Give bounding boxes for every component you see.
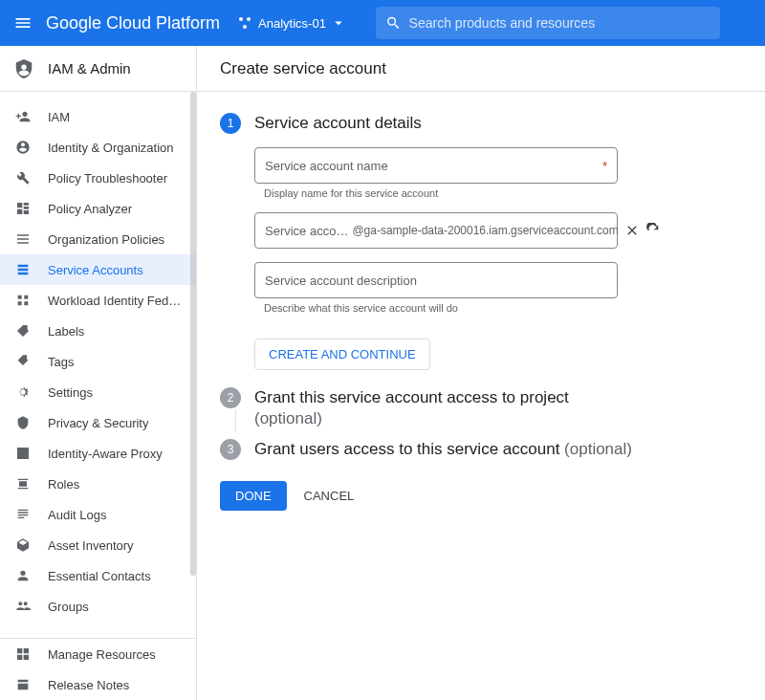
sidebar-item-groups[interactable]: Groups xyxy=(0,591,196,622)
sidebar-item-release-notes[interactable]: Release Notes xyxy=(0,669,196,700)
refresh-id-button[interactable] xyxy=(645,221,661,240)
done-button[interactable]: DONE xyxy=(220,481,287,511)
contacts-icon xyxy=(13,566,33,585)
service-account-name-field[interactable]: * xyxy=(254,147,618,184)
sidebar-item-iam[interactable]: IAM xyxy=(0,101,196,132)
brand-label: Google Cloud Platform xyxy=(46,13,220,33)
project-selector[interactable]: Analytics-01 xyxy=(237,14,353,32)
step-2-number: 2 xyxy=(220,387,241,408)
service-account-icon xyxy=(13,260,33,279)
sidebar-nav: IAMIdentity & OrganizationPolicy Trouble… xyxy=(0,92,196,638)
account-circle-icon xyxy=(13,138,33,157)
search-icon xyxy=(385,14,402,32)
cancel-button[interactable]: CANCEL xyxy=(304,489,355,503)
svg-point-1 xyxy=(247,17,251,21)
sidebar-item-labels[interactable]: Labels xyxy=(0,316,196,346)
sidebar-item-privacy-security[interactable]: Privacy & Security xyxy=(0,407,196,438)
hamburger-menu[interactable] xyxy=(8,8,38,38)
service-account-name-input[interactable] xyxy=(265,159,602,173)
create-continue-button[interactable]: CREATE AND CONTINUE xyxy=(254,339,430,370)
sidebar-item-label: Identity-Aware Proxy xyxy=(48,447,163,461)
sidebar-item-label: Roles xyxy=(48,477,79,492)
gear-icon xyxy=(13,383,33,402)
sidebar-item-organization-policies[interactable]: Organization Policies xyxy=(0,224,196,254)
sidebar-scrollbar[interactable] xyxy=(190,92,196,576)
step-1-number: 1 xyxy=(220,113,241,134)
sidebar-item-policy-troubleshooter[interactable]: Policy Troubleshooter xyxy=(0,163,196,193)
sidebar-item-label: Policy Troubleshooter xyxy=(48,171,167,186)
sidebar-item-identity-aware-proxy[interactable]: Identity-Aware Proxy xyxy=(0,438,196,469)
sidebar-item-label: IAM xyxy=(48,110,70,124)
close-icon xyxy=(624,223,640,238)
name-hint: Display name for this service account xyxy=(264,187,618,199)
sidebar-title: IAM & Admin xyxy=(48,60,131,77)
federation-icon xyxy=(13,291,33,310)
roles-icon xyxy=(13,474,33,493)
tag-icon xyxy=(13,321,33,340)
sidebar-item-manage-resources[interactable]: Manage Resources xyxy=(0,639,196,669)
step-3-title: Grant users access to this service accou… xyxy=(254,439,742,460)
sidebar-item-label: Identity & Organization xyxy=(48,141,174,155)
search-input[interactable] xyxy=(409,15,710,31)
required-asterisk: * xyxy=(602,159,607,173)
sidebar-item-essential-contacts[interactable]: Essential Contacts xyxy=(0,560,196,591)
svg-point-2 xyxy=(243,25,247,29)
sidebar-item-settings[interactable]: Settings xyxy=(0,377,196,407)
sidebar-footer-nav: Manage ResourcesRelease Notes xyxy=(0,638,196,700)
sidebar-item-asset-inventory[interactable]: Asset Inventory xyxy=(0,530,196,560)
project-icon xyxy=(237,15,252,31)
chevron-down-icon xyxy=(330,14,347,32)
sidebar-item-identity-organization[interactable]: Identity & Organization xyxy=(0,132,196,163)
sidebar-item-label: Groups xyxy=(48,600,89,614)
sidebar-item-label: Workload Identity Federat... xyxy=(48,294,183,308)
id-prefix-label: Service acco… xyxy=(265,224,348,238)
sidebar-item-roles[interactable]: Roles xyxy=(0,469,196,499)
desc-hint: Describe what this service account will … xyxy=(264,302,618,314)
proxy-icon xyxy=(13,444,33,463)
svg-point-0 xyxy=(239,17,243,21)
sidebar-item-label: Settings xyxy=(48,385,93,400)
shield-account-icon xyxy=(13,58,34,79)
sidebar-item-label: Privacy & Security xyxy=(48,416,148,430)
sidebar-item-label: Manage Resources xyxy=(48,647,156,662)
asset-icon xyxy=(13,536,33,555)
service-account-desc-input[interactable] xyxy=(265,273,607,288)
tags-icon xyxy=(13,352,33,371)
page-title: Create service account xyxy=(197,46,765,92)
refresh-icon xyxy=(645,223,661,238)
top-bar: Google Cloud Platform Analytics-01 xyxy=(0,0,765,46)
wrench-icon xyxy=(13,168,33,187)
step-1-title: Service account details xyxy=(254,113,742,134)
sidebar-item-label: Service Accounts xyxy=(48,263,143,277)
sidebar-item-label: Policy Analyzer xyxy=(48,202,132,216)
groups-icon xyxy=(13,597,33,616)
resources-icon xyxy=(13,645,33,664)
sidebar-item-label: Release Notes xyxy=(48,678,129,692)
step-3-number: 3 xyxy=(220,439,241,460)
sidebar-item-label: Tags xyxy=(48,355,74,369)
analyzer-icon xyxy=(13,199,33,218)
project-name: Analytics-01 xyxy=(258,16,326,31)
sidebar: IAM & Admin IAMIdentity & OrganizationPo… xyxy=(0,46,197,700)
sidebar-item-label: Essential Contacts xyxy=(48,569,151,583)
search-box[interactable] xyxy=(376,7,720,39)
sidebar-header[interactable]: IAM & Admin xyxy=(0,46,196,92)
sidebar-item-service-accounts[interactable]: Service Accounts xyxy=(0,254,196,285)
main-panel: Create service account 1 Service account… xyxy=(197,46,765,700)
service-account-desc-field[interactable] xyxy=(254,262,618,298)
sidebar-item-label: Asset Inventory xyxy=(48,538,134,553)
id-domain-suffix: @ga-sample-data-200016.iam.gserviceaccou… xyxy=(352,224,618,237)
sidebar-item-label: Audit Logs xyxy=(48,508,106,522)
sidebar-item-label: Labels xyxy=(48,324,84,339)
service-account-id-field[interactable]: Service acco… @ga-sample-data-200016.iam… xyxy=(254,212,618,249)
list-icon xyxy=(13,230,33,249)
sidebar-item-workload-identity-federat[interactable]: Workload Identity Federat... xyxy=(0,285,196,316)
sidebar-item-audit-logs[interactable]: Audit Logs xyxy=(0,499,196,530)
logs-icon xyxy=(13,505,33,524)
shield-icon xyxy=(13,413,33,432)
sidebar-item-policy-analyzer[interactable]: Policy Analyzer xyxy=(0,193,196,224)
clear-id-button[interactable] xyxy=(624,221,640,240)
release-icon xyxy=(13,675,33,694)
step-2-title: Grant this service account access to pro… xyxy=(254,387,742,429)
sidebar-item-tags[interactable]: Tags xyxy=(0,346,196,377)
